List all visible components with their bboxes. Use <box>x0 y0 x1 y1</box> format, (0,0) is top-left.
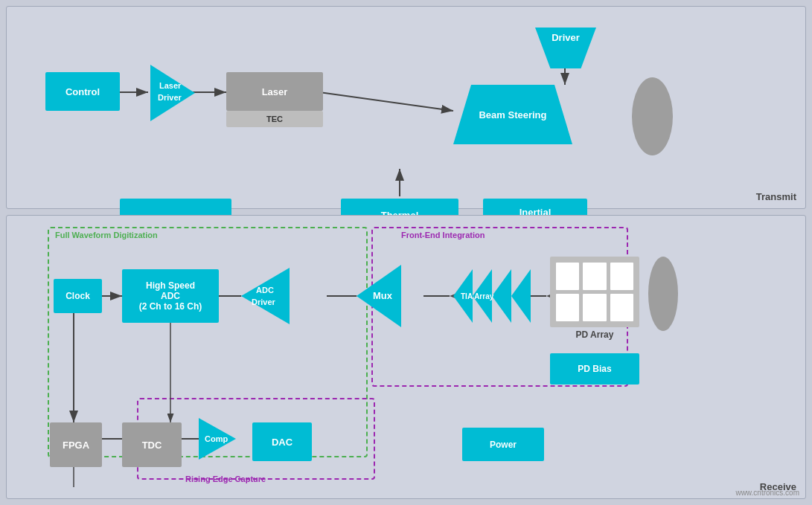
driver-block: Driver <box>535 28 596 68</box>
svg-marker-30 <box>492 269 511 323</box>
svg-text:Mux: Mux <box>373 290 393 301</box>
svg-text:Comp: Comp <box>205 434 228 443</box>
svg-text:Driver: Driver <box>252 297 276 306</box>
svg-text:Laser: Laser <box>159 81 182 90</box>
pd-cell <box>583 294 606 321</box>
power-block-receive: Power <box>462 428 544 461</box>
pd-cell <box>610 263 633 290</box>
laser-block: Laser <box>226 72 323 111</box>
svg-text:ADC: ADC <box>256 286 274 295</box>
transmit-ellipse <box>632 77 673 155</box>
adc-driver-block: ADC Driver <box>241 268 290 327</box>
tia-array-block: TIA Array <box>453 269 535 326</box>
receive-ellipse <box>648 257 678 331</box>
tdc-block: TDC <box>122 422 182 467</box>
pd-cell <box>556 263 579 290</box>
beam-steering-block: Beam Steering <box>453 85 572 144</box>
clock-block: Clock <box>54 279 102 313</box>
tec-block: TEC <box>226 111 323 127</box>
pd-bias-block: PD Bias <box>550 353 639 385</box>
receive-section: Receive Full Waveform Digitization Front… <box>6 215 806 499</box>
svg-text:Driver: Driver <box>158 93 182 102</box>
dac-block: DAC <box>252 422 312 461</box>
svg-text:TIA Array: TIA Array <box>461 292 494 300</box>
pd-cell <box>556 294 579 321</box>
laser-driver-block: Laser Driver <box>150 65 195 124</box>
full-waveform-label: Full Waveform Digitization <box>55 231 158 239</box>
watermark: www.cntronics.com <box>735 489 799 497</box>
svg-line-4 <box>319 92 453 111</box>
rising-edge-label: Rising Edge Capture <box>185 475 266 483</box>
pd-cell <box>583 263 606 290</box>
front-end-label: Front-End Integration <box>401 231 485 239</box>
transmit-section: Transmit Control <box>6 6 806 209</box>
control-block: Control <box>45 72 120 111</box>
main-container: Transmit Control <box>0 0 812 505</box>
pd-cell <box>610 294 633 321</box>
comp-block: Comp <box>199 418 236 463</box>
svg-marker-23 <box>241 268 290 324</box>
pd-array-block <box>550 257 639 327</box>
svg-marker-31 <box>511 269 531 323</box>
pd-array-label: PD Array <box>550 329 639 340</box>
high-speed-adc-block: High Speed ADC (2 Ch to 16 Ch) <box>122 269 219 323</box>
transmit-label: Transmit <box>756 191 796 202</box>
transmit-arrows <box>7 7 805 208</box>
fpga-block: FPGA <box>50 422 102 467</box>
mux-block: Mux <box>357 265 401 330</box>
